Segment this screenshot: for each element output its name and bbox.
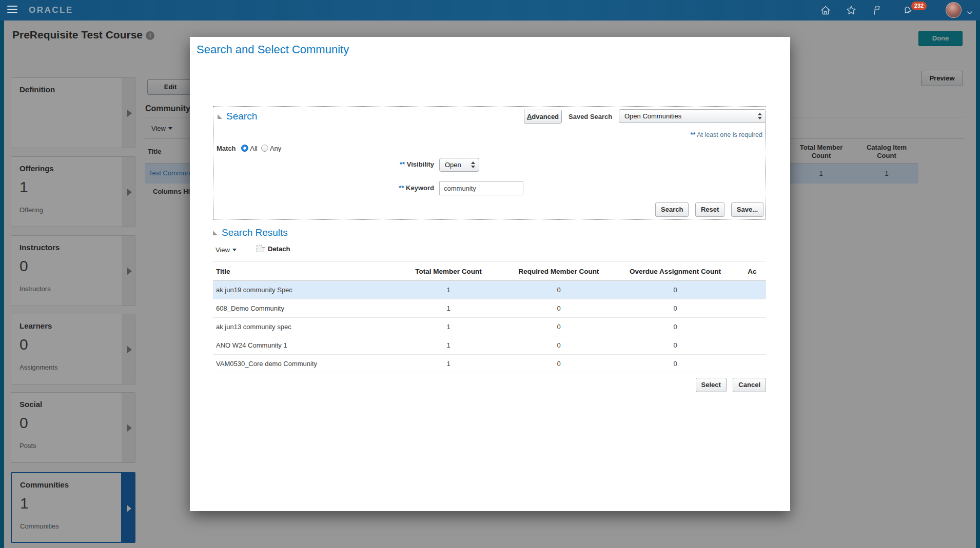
favorites-star-icon[interactable] — [846, 5, 857, 16]
table-row[interactable]: VAM0530_Core demo Community 1 0 0 — [213, 355, 766, 373]
hamburger-menu-icon[interactable] — [7, 6, 17, 14]
dialog-title: Search and Select Community — [197, 43, 349, 56]
oracle-logo: ORACLE — [29, 5, 73, 15]
cell-title[interactable]: ak jun13 community spec — [213, 318, 391, 336]
cell-total: 1 — [391, 355, 505, 373]
saved-search-value: Open Communities — [624, 112, 681, 120]
table-row[interactable]: ak jun13 community spec 1 0 0 — [213, 318, 766, 336]
cell-required: 0 — [505, 281, 612, 299]
match-all-radio[interactable] — [241, 145, 248, 152]
visibility-value: Open — [445, 161, 461, 169]
cell-ac — [738, 355, 766, 373]
results-table: Title Total Member Count Required Member… — [213, 261, 766, 373]
cell-title[interactable]: 608_Demo Community — [213, 299, 391, 318]
column-header-title[interactable]: Title — [213, 261, 391, 281]
keyword-input[interactable] — [439, 181, 523, 195]
cell-ac — [738, 281, 766, 299]
cancel-button[interactable]: Cancel — [733, 378, 766, 392]
cell-ac — [738, 336, 766, 355]
required-note: ** At least one is required — [691, 131, 762, 138]
column-header-required-member-count[interactable]: Required Member Count — [505, 261, 612, 281]
cell-title[interactable]: ANO W24 Community 1 — [213, 336, 391, 355]
results-view-menu[interactable]: View — [215, 246, 237, 254]
cell-total: 1 — [391, 318, 505, 336]
user-avatar[interactable] — [946, 2, 962, 18]
column-header-ac[interactable]: Ac — [738, 261, 766, 281]
cell-total: 1 — [391, 336, 505, 355]
cell-overdue: 0 — [612, 281, 738, 299]
search-panel: Search Advanced Saved Search Open Commun… — [213, 106, 766, 220]
dialog-action-buttons: Select Cancel — [213, 378, 766, 392]
home-icon[interactable] — [820, 5, 831, 16]
spinner-arrows-icon — [758, 113, 762, 119]
results-toolbar: View Detach — [213, 245, 766, 257]
flag-icon[interactable] — [871, 5, 883, 16]
select-button[interactable]: Select — [696, 378, 727, 392]
match-any-label: Any — [270, 145, 281, 152]
search-section-header[interactable]: Search — [218, 111, 257, 122]
collapse-triangle-icon — [213, 231, 218, 235]
table-row[interactable]: ANO W24 Community 1 1 0 0 — [213, 336, 766, 355]
cell-overdue: 0 — [612, 318, 738, 336]
match-any-radio[interactable] — [261, 145, 268, 152]
keyword-label: ** Keyword — [367, 184, 434, 192]
match-row: Match All Any — [217, 145, 281, 152]
visibility-label: ** Visibility — [367, 160, 434, 168]
match-all-label: All — [250, 145, 257, 152]
search-results-header[interactable]: Search Results — [213, 227, 766, 238]
column-header-total-member-count[interactable]: Total Member Count — [391, 261, 505, 281]
cell-ac — [738, 299, 766, 318]
cell-required: 0 — [505, 318, 612, 336]
cell-required: 0 — [505, 336, 612, 355]
collapse-triangle-icon — [218, 114, 222, 119]
reset-button[interactable]: Reset — [695, 202, 724, 217]
cell-total: 1 — [391, 299, 505, 318]
cell-required: 0 — [505, 355, 612, 373]
cell-ac — [738, 318, 766, 336]
cell-overdue: 0 — [612, 336, 738, 355]
table-row[interactable]: 608_Demo Community 1 0 0 — [213, 299, 766, 318]
top-bar: ORACLE 232 — [0, 0, 980, 21]
cell-total: 1 — [391, 281, 505, 299]
search-button[interactable]: Search — [655, 202, 689, 217]
search-panel-buttons: Search Reset Save... — [651, 202, 763, 217]
spinner-arrows-icon — [471, 161, 475, 168]
advanced-button[interactable]: Advanced — [524, 110, 562, 124]
cell-overdue: 0 — [612, 355, 738, 373]
search-results-section: Search Results View Detach Title Total M… — [213, 227, 766, 392]
detach-button[interactable]: Detach — [257, 245, 290, 253]
save-button[interactable]: Save... — [731, 202, 763, 217]
cell-title[interactable]: ak jun19 community Spec — [213, 281, 391, 299]
visibility-select[interactable]: Open — [439, 158, 479, 172]
cell-title[interactable]: VAM0530_Core demo Community — [213, 355, 391, 373]
saved-search-label: Saved Search — [569, 113, 612, 120]
cell-required: 0 — [505, 299, 612, 318]
notification-count-badge: 232 — [911, 2, 927, 10]
saved-search-select[interactable]: Open Communities — [619, 109, 766, 123]
cell-overdue: 0 — [612, 299, 738, 318]
detach-icon — [257, 246, 264, 252]
column-header-overdue-assignment-count[interactable]: Overdue Assignment Count — [612, 261, 738, 281]
chevron-down-icon — [232, 249, 237, 251]
match-label: Match — [217, 145, 236, 152]
course-page: PreRequisite Test Coursei Done Definitio… — [0, 21, 980, 548]
user-menu-chevron-down-icon[interactable] — [967, 8, 973, 12]
table-row[interactable]: ak jun19 community Spec 1 0 0 — [213, 281, 766, 299]
results-header-row: Title Total Member Count Required Member… — [213, 261, 766, 281]
search-and-select-community-dialog: Search and Select Community Search Advan… — [190, 37, 790, 511]
